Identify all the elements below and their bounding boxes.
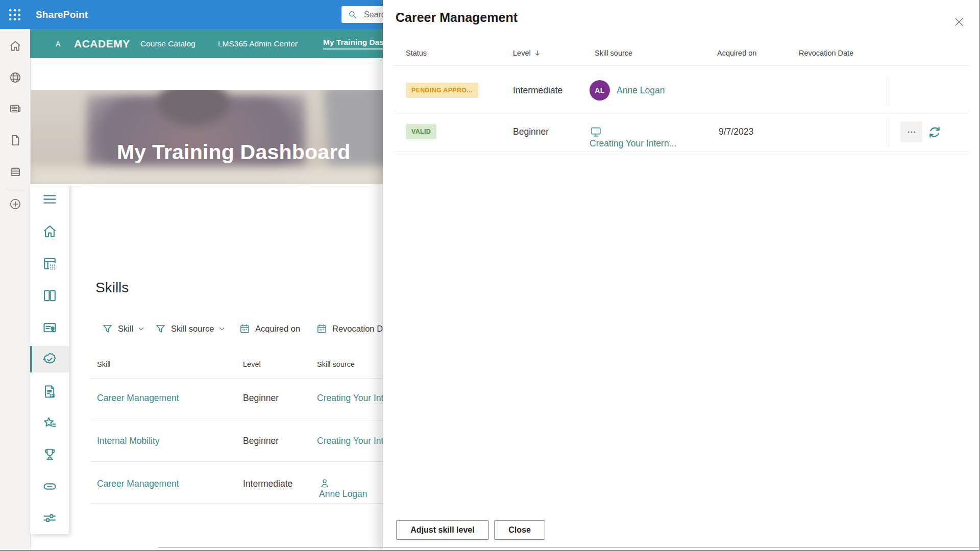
- chevron-down-icon: [218, 325, 225, 332]
- acquired-on-cell: 9/7/2023: [719, 127, 753, 137]
- certificate-icon: [42, 320, 58, 336]
- dashboard-icon: [42, 256, 58, 271]
- appbar-my-sites[interactable]: [0, 67, 30, 88]
- sidenav-featured[interactable]: [30, 410, 69, 436]
- close-icon[interactable]: [953, 16, 965, 28]
- filter-funnel-icon: [155, 323, 166, 335]
- appbar-home[interactable]: [0, 36, 30, 56]
- appbar-create[interactable]: [0, 194, 30, 214]
- panel-col-status[interactable]: Status: [406, 49, 427, 57]
- skill-source-course-link[interactable]: Creating Your Intern...: [590, 126, 676, 149]
- settings-sliders-icon: [42, 510, 58, 526]
- skill-link[interactable]: Career Management: [97, 393, 179, 404]
- career-management-panel: Career Management Status Level Skill sou…: [383, 0, 980, 551]
- filter-funnel-icon: [102, 323, 113, 335]
- sidenav-menu-toggle[interactable]: [30, 186, 69, 212]
- skills-badge-icon: [42, 352, 58, 367]
- transcript-icon: [42, 384, 58, 399]
- skill-link[interactable]: Career Management: [97, 479, 179, 489]
- nav-lms365-admin-center[interactable]: LMS365 Admin Center: [218, 29, 298, 58]
- appbar-news[interactable]: [0, 98, 30, 119]
- site-title-academy[interactable]: ACADEMY: [74, 29, 130, 58]
- panel-col-revocation-date[interactable]: Revocation Date: [799, 49, 853, 57]
- appbar-divider: [6, 189, 24, 189]
- filter-label: Skill: [118, 324, 133, 334]
- skill-link[interactable]: Internal Mobility: [97, 436, 160, 446]
- nav-course-catalog[interactable]: Course Catalog: [140, 29, 195, 58]
- column-separator: [887, 118, 887, 146]
- book-icon: [42, 288, 58, 304]
- status-badge-valid: VALID: [406, 124, 436, 139]
- col-header-skill-source: Skill source: [317, 360, 355, 368]
- calendar-icon: [239, 323, 251, 335]
- document-icon: [9, 134, 22, 147]
- col-header-level: Level: [243, 360, 261, 368]
- list-icon: [9, 165, 22, 179]
- sidenav-preferences[interactable]: [30, 505, 69, 531]
- sidenav-links[interactable]: [30, 473, 69, 499]
- level-cell: Intermediate: [243, 479, 292, 489]
- row-divider: [394, 65, 969, 66]
- menu-icon: [42, 191, 58, 207]
- sidenav-achievements[interactable]: [30, 441, 69, 467]
- panel-col-skill-source[interactable]: Skill source: [595, 49, 632, 57]
- trophy-icon: [42, 446, 58, 462]
- dashboard-side-nav: [30, 184, 69, 534]
- row-divider: [394, 152, 969, 152]
- sidenav-transcript[interactable]: [30, 378, 69, 405]
- skill-source-person-link[interactable]: Anne Logan: [617, 85, 665, 96]
- refresh-button[interactable]: [925, 122, 944, 141]
- sidenav-dashboard[interactable]: [30, 250, 69, 277]
- status-badge-pending: PENDING APPRO...: [406, 83, 478, 98]
- panel-title: Career Management: [396, 10, 518, 25]
- appbar-files[interactable]: [0, 130, 30, 151]
- refresh-sync-icon: [927, 124, 942, 140]
- sort-descending-arrow-icon: [534, 49, 541, 57]
- avatar: AL: [590, 80, 610, 101]
- add-icon: [9, 197, 22, 211]
- sharepoint-title: SharePoint: [36, 0, 88, 29]
- level-cell: Beginner: [243, 393, 279, 404]
- appbar-lists[interactable]: [0, 162, 30, 182]
- filter-acquired-on[interactable]: Acquired on: [239, 321, 300, 336]
- filter-skill-source[interactable]: Skill source: [155, 321, 225, 336]
- skills-heading: Skills: [95, 280, 129, 296]
- filter-skill[interactable]: Skill: [102, 321, 144, 336]
- chevron-down-icon: [138, 325, 144, 332]
- sharepoint-app-bar: [0, 29, 31, 551]
- site-logo[interactable]: A: [56, 29, 60, 58]
- close-button[interactable]: Close: [494, 520, 545, 540]
- level-cell: Beginner: [513, 127, 549, 137]
- sidenav-home[interactable]: [30, 218, 69, 244]
- adjust-skill-level-button[interactable]: Adjust skill level: [396, 520, 489, 540]
- search-icon: [348, 10, 357, 19]
- panel-col-level-sorted[interactable]: Level: [513, 49, 541, 57]
- panel-col-acquired-on[interactable]: Acquired on: [717, 49, 756, 57]
- more-ellipsis-icon: [906, 127, 917, 137]
- course-monitor-icon: [590, 126, 602, 138]
- app-launcher-waffle-icon[interactable]: [8, 8, 22, 22]
- row-divider: [394, 111, 969, 111]
- column-separator: [887, 77, 887, 105]
- level-cell: Intermediate: [513, 85, 562, 96]
- more-actions-button[interactable]: [900, 121, 922, 142]
- hero-title: My Training Dashboard: [117, 140, 351, 164]
- home-icon: [42, 223, 58, 239]
- sidenav-course-catalog[interactable]: [30, 282, 69, 309]
- starred-icon: [42, 415, 58, 431]
- filter-label: Skill source: [171, 324, 214, 334]
- person-icon: [319, 478, 330, 489]
- horizontal-scrollbar[interactable]: [158, 547, 980, 548]
- skill-source-person-link[interactable]: Anne Logan: [319, 478, 367, 499]
- news-icon: [9, 102, 22, 115]
- calendar-icon: [316, 323, 328, 335]
- link-icon: [42, 479, 58, 494]
- filter-label: Acquired on: [255, 324, 300, 334]
- sidenav-certificates[interactable]: [30, 314, 69, 341]
- sidenav-skills-selected[interactable]: [30, 346, 69, 372]
- col-header-skill: Skill: [97, 360, 111, 368]
- globe-icon: [9, 71, 22, 84]
- level-cell: Beginner: [243, 436, 279, 446]
- home-icon: [9, 39, 22, 53]
